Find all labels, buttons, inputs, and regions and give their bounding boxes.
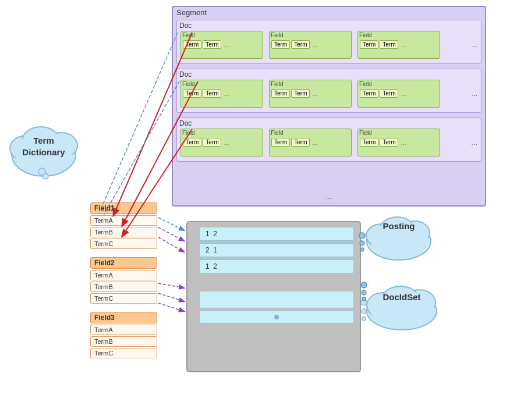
svg-point-24 xyxy=(362,309,366,314)
svg-line-35 xyxy=(102,33,178,207)
doc-label-3: Doc xyxy=(179,119,192,127)
doc-box-2: Doc Field TermTerm... Field TermTerm... … xyxy=(176,69,481,113)
svg-line-29 xyxy=(158,218,184,230)
termc-2: TermC xyxy=(90,293,157,304)
term-dictionary-label: TermDictionary xyxy=(12,135,76,158)
term-dictionary-cloud: TermDictionary xyxy=(6,111,82,180)
doc-label-2: Doc xyxy=(179,70,192,79)
svg-point-25 xyxy=(362,317,366,321)
terma-3: TermA xyxy=(90,325,157,335)
field-group-3-2: Field TermTerm... xyxy=(269,129,352,156)
field-group-2-3: Field TermTerm... xyxy=(357,80,440,108)
posting-entry-1b: 2 1 xyxy=(199,243,354,257)
field-group-2-1: Field TermTerm... xyxy=(180,80,263,108)
posting-label: Posting xyxy=(367,221,431,231)
svg-line-30 xyxy=(158,227,184,241)
termb-3: TermB xyxy=(90,336,157,347)
field-group-3-3: Field TermTerm... xyxy=(357,129,440,156)
posting-entry-1c: 1 2 xyxy=(199,259,354,273)
terma-1: TermA xyxy=(90,215,157,226)
field-group-1-2: Field TermTerm... xyxy=(269,31,352,59)
docidset-label: DocIdSet xyxy=(367,292,437,302)
terma-2: TermA xyxy=(90,270,157,280)
posting-entry-1a: 1 2 xyxy=(199,227,354,241)
svg-line-31 xyxy=(158,237,184,252)
doc-box-1: Doc Field TermTerm... Field TermTerm... … xyxy=(176,20,481,64)
field-group-3-1: Field TermTerm... xyxy=(180,129,263,156)
posting-cloud: Posting xyxy=(361,204,437,262)
doc-box-3: Doc Field TermTerm... Field TermTerm... … xyxy=(176,118,481,162)
term-dictionary-panel: Field1 TermA TermB TermC Field2 TermA Te… xyxy=(90,202,157,360)
svg-line-32 xyxy=(158,283,184,288)
field-group-2-2: Field TermTerm... xyxy=(269,80,352,108)
docidset-cloud: DocIdSet xyxy=(361,273,442,332)
field-group-1-3: Field TermTerm... xyxy=(357,31,440,59)
segment-more-label: ... xyxy=(325,191,332,201)
segment-container: Segment Doc Field TermTerm... Field Term… xyxy=(172,6,486,207)
svg-line-34 xyxy=(158,303,184,311)
svg-line-33 xyxy=(158,293,184,301)
posting-panel: 1 2 2 1 1 2 xyxy=(186,221,361,372)
field1-header: Field1 xyxy=(90,202,157,214)
termc-1: TermC xyxy=(90,239,157,249)
svg-point-8 xyxy=(38,168,45,175)
segment-label: Segment xyxy=(176,8,207,17)
termc-3: TermC xyxy=(90,348,157,358)
doc-label-1: Doc xyxy=(179,22,192,30)
field3-header: Field3 xyxy=(90,312,157,323)
posting-entry-2b xyxy=(199,311,354,323)
posting-entry-2a xyxy=(199,291,354,308)
svg-line-36 xyxy=(104,81,179,215)
field-group-1-1: Field TermTerm... xyxy=(180,31,263,59)
termb-2: TermB xyxy=(90,282,157,292)
termb-1: TermB xyxy=(90,227,157,237)
field2-header: Field2 xyxy=(90,257,157,269)
svg-point-23 xyxy=(361,300,367,305)
